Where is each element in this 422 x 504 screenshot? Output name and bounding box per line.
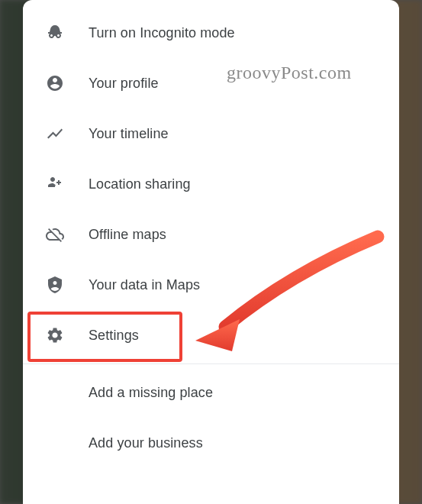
menu-item-label: Your timeline <box>89 126 169 142</box>
location-sharing-icon <box>44 173 66 195</box>
menu-item-incognito[interactable]: Turn on Incognito mode <box>23 8 399 58</box>
menu-item-label: Add a missing place <box>89 385 213 401</box>
profile-icon <box>44 73 66 94</box>
menu-item-profile[interactable]: Your profile <box>23 58 399 108</box>
menu-item-location-sharing[interactable]: Location sharing <box>23 159 399 209</box>
gear-icon <box>44 325 66 346</box>
menu-item-add-business[interactable]: Add your business <box>23 418 399 468</box>
menu-item-label: Turn on Incognito mode <box>89 25 235 41</box>
menu-item-label: Settings <box>89 328 139 344</box>
menu-item-timeline[interactable]: Your timeline <box>23 108 399 159</box>
menu-item-settings[interactable]: Settings <box>23 310 399 360</box>
menu-item-label: Your data in Maps <box>89 277 200 293</box>
menu-item-label: Location sharing <box>89 176 191 192</box>
menu-item-label: Add your business <box>89 435 203 451</box>
menu-item-offline-maps[interactable]: Offline maps <box>23 209 399 260</box>
menu-item-add-place[interactable]: Add a missing place <box>23 367 399 418</box>
menu-item-your-data[interactable]: Your data in Maps <box>23 260 399 310</box>
incognito-icon <box>44 22 66 44</box>
shield-icon <box>44 274 66 296</box>
menu-item-label: Offline maps <box>89 227 166 243</box>
cloud-off-icon <box>44 224 66 245</box>
menu-divider <box>23 363 399 364</box>
timeline-icon <box>44 123 66 144</box>
menu-item-label: Your profile <box>89 76 159 92</box>
account-menu-panel: Turn on Incognito mode Your profile Your… <box>23 0 399 504</box>
